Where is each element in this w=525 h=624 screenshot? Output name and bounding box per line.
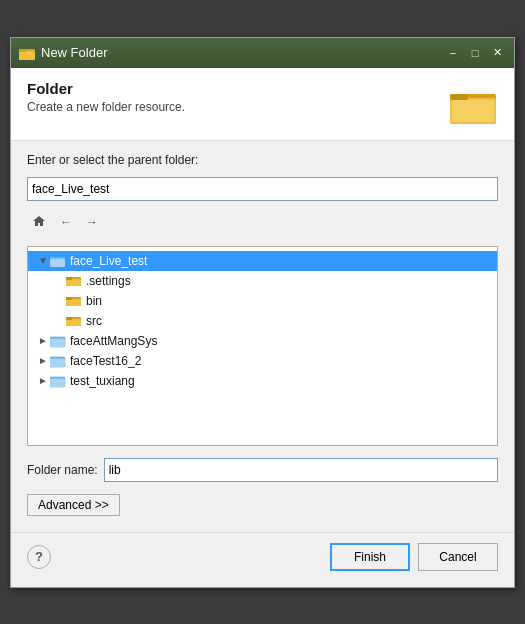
header-subtitle: Create a new folder resource. — [27, 100, 185, 114]
svg-rect-17 — [66, 317, 72, 320]
svg-rect-19 — [50, 339, 65, 347]
minimize-button[interactable]: − — [444, 44, 462, 62]
svg-rect-11 — [66, 277, 72, 280]
tree-item-src[interactable]: src — [28, 311, 497, 331]
header-title: Folder — [27, 80, 185, 97]
svg-rect-5 — [450, 94, 468, 100]
tree-item-label: .settings — [86, 274, 131, 288]
dialog-body: Enter or select the parent folder: ← → ▼ — [11, 141, 514, 528]
window-controls: − □ ✕ — [444, 44, 506, 62]
title-bar: New Folder − □ ✕ — [11, 38, 514, 68]
folder-icon — [66, 293, 82, 309]
header-folder-icon — [450, 80, 498, 128]
svg-rect-21 — [50, 359, 65, 367]
dialog-title-icon — [19, 45, 35, 61]
advanced-button[interactable]: Advanced >> — [27, 494, 120, 516]
back-button[interactable]: ← — [55, 212, 77, 232]
tree-item-test-tuxiang[interactable]: ► test_tuxiang — [28, 371, 497, 391]
expand-arrow: ► — [36, 355, 50, 366]
svg-rect-10 — [66, 279, 81, 286]
cancel-button[interactable]: Cancel — [418, 543, 498, 571]
svg-rect-2 — [19, 49, 26, 52]
tree-item-label: face_Live_test — [70, 254, 147, 268]
new-folder-dialog: New Folder − □ ✕ Folder Create a new fol… — [10, 37, 515, 588]
folder-name-input[interactable] — [104, 458, 498, 482]
forward-button[interactable]: → — [81, 212, 103, 232]
expand-arrow — [52, 275, 66, 286]
expand-arrow: ▼ — [36, 255, 50, 266]
dialog-title: New Folder — [41, 45, 444, 60]
svg-rect-13 — [66, 299, 81, 306]
svg-rect-16 — [66, 319, 81, 326]
expand-arrow — [52, 315, 66, 326]
svg-rect-6 — [452, 100, 494, 122]
tree-item-label: test_tuxiang — [70, 374, 135, 388]
dialog-header: Folder Create a new folder resource. — [11, 68, 514, 141]
svg-rect-14 — [66, 297, 72, 300]
folder-name-label: Folder name: — [27, 463, 98, 477]
tree-item-faceattmangsys[interactable]: ► faceAttMangSys — [28, 331, 497, 351]
parent-folder-input[interactable] — [27, 177, 498, 201]
tree-item-label: faceTest16_2 — [70, 354, 141, 368]
footer-buttons: Finish Cancel — [330, 543, 498, 571]
project-icon — [50, 353, 66, 369]
tree-item-settings[interactable]: .settings — [28, 271, 497, 291]
svg-rect-1 — [19, 51, 35, 60]
folder-name-row: Folder name: — [27, 458, 498, 482]
project-icon — [50, 373, 66, 389]
tree-item-label: faceAttMangSys — [70, 334, 157, 348]
finish-button[interactable]: Finish — [330, 543, 410, 571]
parent-folder-label: Enter or select the parent folder: — [27, 153, 498, 167]
maximize-button[interactable]: □ — [466, 44, 484, 62]
svg-rect-23 — [50, 379, 65, 387]
tree-item-label: bin — [86, 294, 102, 308]
help-button[interactable]: ? — [27, 545, 51, 569]
tree-container[interactable]: ▼ face_Live_test — [27, 246, 498, 446]
expand-arrow: ► — [36, 375, 50, 386]
folder-icon — [66, 313, 82, 329]
home-button[interactable] — [27, 211, 51, 234]
folder-icon — [66, 273, 82, 289]
expand-arrow — [52, 295, 66, 306]
header-text: Folder Create a new folder resource. — [27, 80, 185, 114]
svg-rect-8 — [50, 259, 65, 267]
tree-toolbar: ← → — [27, 209, 498, 236]
tree-item-bin[interactable]: bin — [28, 291, 497, 311]
tree-item-facetest16-2[interactable]: ► faceTest16_2 — [28, 351, 497, 371]
project-icon — [50, 333, 66, 349]
project-icon — [50, 253, 66, 269]
dialog-footer: ? Finish Cancel — [11, 532, 514, 587]
tree-item-label: src — [86, 314, 102, 328]
expand-arrow: ► — [36, 335, 50, 346]
close-button[interactable]: ✕ — [488, 44, 506, 62]
tree-item-face-live-test[interactable]: ▼ face_Live_test — [28, 251, 497, 271]
